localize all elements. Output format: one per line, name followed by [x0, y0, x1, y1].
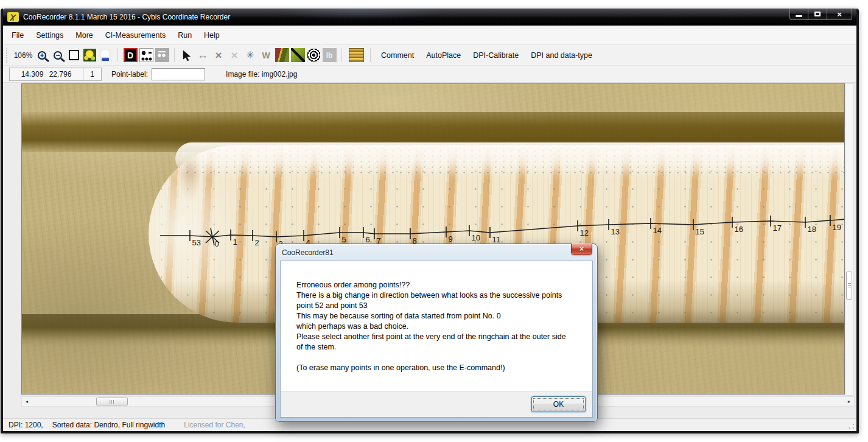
dialog-message-line: (To erase many points in one operation, … [296, 363, 583, 373]
comment-button[interactable]: Comment [376, 51, 419, 60]
message-dialog: CooRecorder81 × Erroneous order among po… [275, 244, 598, 422]
horizontal-scrollbar-thumb[interactable] [96, 398, 128, 405]
close-button[interactable]: × [827, 9, 852, 20]
w-letter-icon: W [262, 51, 270, 60]
dialog-message-line: point 52 and point 53 [296, 301, 583, 311]
rectangle-icon [69, 50, 79, 60]
scroll-left-arrow[interactable]: ◄ [22, 397, 32, 406]
delete-point-button[interactable]: × [211, 48, 226, 63]
svg-text:1: 1 [233, 237, 237, 247]
line-tool-button[interactable] [290, 48, 305, 63]
menu-file[interactable]: File [5, 26, 30, 44]
toolbar-separator [341, 48, 342, 62]
menu-run[interactable]: Run [172, 26, 198, 44]
svg-text:18: 18 [808, 225, 816, 234]
point-number: 1 [83, 68, 102, 81]
dialog-message-line: of the stem. [296, 342, 583, 353]
menu-help[interactable]: Help [198, 26, 226, 44]
menu-more[interactable]: More [69, 26, 99, 44]
svg-text:12: 12 [580, 228, 589, 237]
minimize-icon [796, 15, 802, 17]
svg-text:11: 11 [492, 235, 501, 244]
d-mode-icon: D [124, 48, 138, 62]
cursor-arrow-icon [181, 49, 193, 61]
window-controls: × [789, 9, 852, 20]
svg-text:15: 15 [696, 227, 704, 236]
dialog-titlebar[interactable]: CooRecorder81 × [280, 244, 593, 261]
app-logo-icon [7, 12, 19, 22]
dialog-message-line [296, 353, 583, 363]
menu-settings[interactable]: Settings [30, 26, 69, 44]
dialog-message-line: Erroneous order among points!?? [296, 280, 583, 290]
points-icon [139, 48, 153, 62]
zoom-in-button[interactable]: + [35, 48, 49, 63]
scroll-right-arrow[interactable]: ► [844, 397, 854, 406]
points-gray-button[interactable] [155, 48, 169, 63]
dialog-message-line: Please select another first point at the… [296, 332, 583, 342]
titlebar[interactable]: CooRecorder 8.1.1 March 15 2016 - Cybis … [3, 9, 856, 26]
autoplace-button[interactable]: AutoPlace [421, 51, 466, 60]
menu-ci-measurements[interactable]: CI-Measurements [99, 26, 172, 44]
vertical-scrollbar-thumb[interactable] [846, 272, 852, 300]
cursor-coordinates: 14.309 22.796 [9, 68, 83, 81]
dpi-datatype-button[interactable]: DPI and data-type [525, 51, 598, 60]
close-icon: × [837, 9, 842, 19]
points-mode-button[interactable] [139, 48, 153, 63]
svg-text:5: 5 [342, 235, 346, 244]
vertical-scrollbar[interactable] [845, 83, 853, 396]
zoom-in-icon: + [38, 51, 46, 60]
pointer-tool-button[interactable] [180, 48, 194, 63]
flower-icon [83, 49, 96, 61]
toolbar-separator [117, 48, 118, 62]
bark-photo-icon [275, 48, 289, 62]
points-gray-icon [155, 48, 169, 62]
dpi-calibrate-button[interactable]: DPI-Calibrate [467, 51, 524, 60]
wood-sample-button[interactable] [347, 48, 365, 63]
target-button[interactable] [306, 48, 321, 63]
ok-button[interactable]: OK [531, 396, 586, 412]
dialog-message-line: which perhaps was a bad choice. [296, 321, 583, 332]
dialog-body: Erroneous order among points!?? There is… [280, 261, 593, 418]
dendro-mode-button[interactable]: D [123, 48, 138, 63]
dialog-footer: OK [281, 391, 592, 417]
window-title: CooRecorder 8.1.1 March 15 2016 - Cybis … [23, 13, 230, 21]
svg-text:13: 13 [611, 227, 620, 236]
dialog-close-icon: × [579, 245, 584, 254]
svg-text:16: 16 [735, 225, 743, 234]
flower-image-button[interactable] [82, 48, 97, 63]
svg-text:53: 53 [192, 238, 201, 247]
bark-photo-button[interactable] [275, 48, 289, 63]
svg-text:17: 17 [773, 223, 782, 233]
svg-text:0: 0 [215, 239, 219, 248]
fit-image-button[interactable] [66, 48, 81, 63]
toolbar-separator [174, 48, 175, 62]
asterisk-icon: ✳ [246, 49, 254, 61]
x-delete-disabled-icon: × [231, 49, 237, 62]
dialog-message-line: This may be because sorting of data star… [296, 311, 583, 321]
menubar: File Settings More CI-Measurements Run H… [3, 26, 856, 45]
lb-icon: lb [323, 48, 337, 62]
star-point-button[interactable]: ✳ [243, 48, 257, 63]
point-label-input[interactable] [152, 68, 205, 80]
zoom-out-icon: − [54, 51, 62, 60]
x-delete-icon: × [215, 49, 222, 62]
zoom-level-label: 106% [13, 51, 33, 60]
resize-grip[interactable] [849, 423, 855, 429]
status-dpi: DPI: 1200, [9, 421, 43, 429]
maximize-button[interactable] [808, 9, 827, 20]
lb-button[interactable]: lb [322, 48, 337, 63]
w-tool-button[interactable]: W [259, 48, 273, 63]
dialog-close-button[interactable]: × [571, 244, 592, 255]
horizontal-arrows-icon: ↔ [197, 49, 208, 61]
toolbar-separator [370, 48, 371, 62]
toolbar-grip [6, 48, 9, 63]
bullseye-icon [307, 48, 321, 62]
wood-grain-icon [349, 48, 364, 62]
toolbar: 106% + − D ↔ × × ✳ W lb Comment AutoPlac… [3, 45, 856, 66]
delete-many-button[interactable]: × [227, 48, 242, 63]
zoom-out-button[interactable]: − [51, 48, 65, 63]
minimize-button[interactable] [789, 9, 808, 20]
maximize-icon [814, 12, 821, 16]
move-horizontal-button[interactable]: ↔ [195, 48, 210, 63]
pan-button[interactable] [98, 48, 113, 63]
